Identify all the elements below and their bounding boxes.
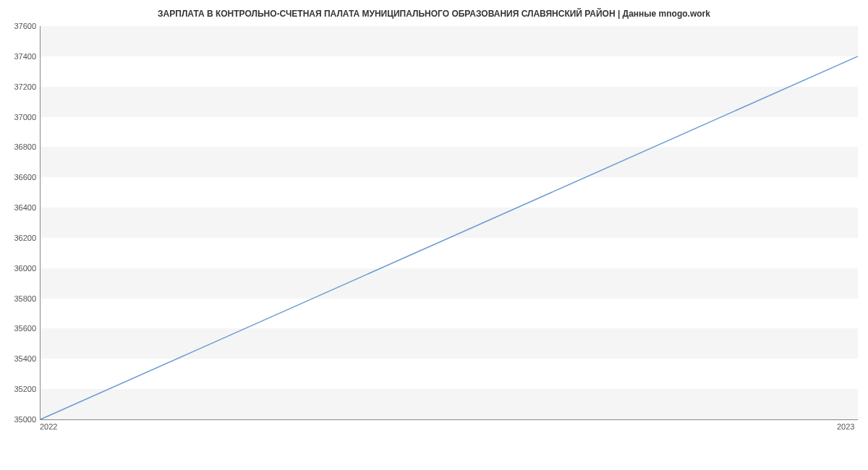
- y-tick-label: 36600: [4, 173, 36, 181]
- y-tick-label: 35800: [4, 294, 36, 303]
- y-tick-label: 36000: [4, 264, 36, 273]
- y-tick-label: 36200: [4, 234, 36, 242]
- line-series: [41, 26, 858, 419]
- x-tick-label: 2022: [40, 422, 57, 431]
- y-tick-label: 36400: [4, 203, 36, 212]
- y-tick-label: 36800: [4, 142, 36, 151]
- y-tick-label: 35600: [4, 324, 36, 333]
- plot-area: [40, 26, 858, 420]
- y-tick-label: 37600: [4, 22, 36, 30]
- y-tick-label: 37200: [4, 82, 36, 91]
- y-tick-label: 35400: [4, 354, 36, 363]
- y-tick-label: 37000: [4, 113, 36, 121]
- x-tick-label: 2023: [837, 422, 854, 431]
- y-tick-label: 37400: [4, 52, 36, 61]
- chart-title: ЗАРПЛАТА В КОНТРОЛЬНО-СЧЕТНАЯ ПАЛАТА МУН…: [0, 0, 868, 19]
- y-tick-label: 35000: [4, 415, 36, 424]
- y-tick-label: 35200: [4, 385, 36, 393]
